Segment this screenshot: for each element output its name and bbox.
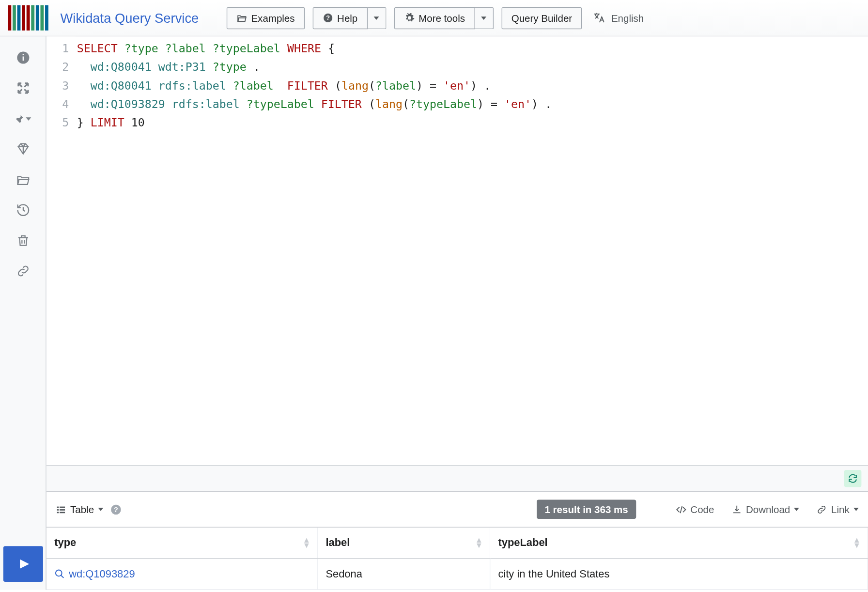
help-label: Help [337,12,357,23]
table-header-row: type▲▼ label▲▼ typeLabel▲▼ [46,528,868,559]
sparql-editor[interactable]: 1 2 3 4 5 SELECT ?type ?label ?typeLabel… [46,36,868,465]
question-circle-icon: ? [323,13,333,23]
svg-rect-5 [57,506,59,508]
history-tool[interactable] [15,202,31,218]
pin-tool[interactable] [15,110,31,126]
more-tools-label: More tools [418,12,465,23]
translate-icon [593,11,606,24]
results-table: type▲▼ label▲▼ typeLabel▲▼ wd:Q1093829 [46,528,868,590]
sort-icon: ▲▼ [853,537,861,548]
topbar: Wikidata Query Service Examples ? Help M… [0,0,868,36]
col-label[interactable]: label▲▼ [317,528,490,559]
help-button[interactable]: ? Help [312,7,367,29]
svg-point-13 [56,570,62,576]
folder-open-icon [236,13,247,23]
pin-icon [15,111,24,126]
svg-rect-10 [60,512,65,513]
wikidata-logo [8,5,48,31]
link-button[interactable]: Link [817,504,859,515]
more-tools-caret[interactable] [475,7,493,29]
code-button[interactable]: Code [676,504,714,515]
code-icon [676,504,686,514]
info-circle-icon [16,50,30,65]
side-toolbar [0,36,46,590]
chevron-down-icon [853,508,859,511]
line-gutter: 1 2 3 4 5 [46,36,76,465]
list-icon [56,504,66,514]
refresh-icon [848,473,858,484]
sort-icon: ▲▼ [303,537,310,548]
svg-text:?: ? [114,505,118,513]
query-builder-label: Query Builder [512,12,572,23]
main-area: 1 2 3 4 5 SELECT ?type ?label ?typeLabel… [0,36,868,590]
chevron-down-icon [98,508,103,511]
run-query-button[interactable] [3,546,43,582]
cell-typelabel: city in the United States [490,559,868,590]
chevron-down-icon [26,117,31,120]
diamond-tool[interactable] [15,141,31,157]
info-tool[interactable] [15,50,31,66]
diamond-icon [16,142,30,156]
svg-rect-7 [57,512,59,513]
language-label: English [611,12,644,23]
svg-rect-4 [22,54,24,55]
query-builder-button[interactable]: Query Builder [501,7,582,29]
cell-label: Sedona [317,559,490,590]
help-group: ? Help [312,7,386,29]
svg-rect-6 [57,509,59,510]
brand-link[interactable]: Wikidata Query Service [60,10,199,25]
link-tool[interactable] [15,263,31,279]
view-selector[interactable]: Table [56,504,103,515]
examples-button[interactable]: Examples [227,7,305,29]
trash-tool[interactable] [15,233,31,249]
status-bar [46,465,868,492]
trash-icon [16,234,30,248]
download-label: Download [746,504,790,515]
chevron-down-icon [374,16,379,20]
svg-rect-3 [22,57,24,61]
editor-wrap: 1 2 3 4 5 SELECT ?type ?label ?typeLabel… [46,36,868,590]
table-row: wd:Q1093829 Sedona city in the United St… [46,559,868,590]
search-icon [54,569,65,579]
link-label: Link [831,504,850,515]
refresh-button[interactable] [844,470,862,487]
cell-type: wd:Q1093829 [46,559,318,590]
folder-open-icon [16,172,30,187]
sort-icon: ▲▼ [475,537,483,548]
more-tools-button[interactable]: More tools [394,7,475,29]
play-icon [15,556,31,572]
chevron-down-icon [481,16,486,20]
col-typelabel[interactable]: typeLabel▲▼ [490,528,868,559]
download-icon [731,504,742,514]
download-button[interactable]: Download [731,504,800,515]
col-type[interactable]: type▲▼ [46,528,318,559]
expand-tool[interactable] [15,80,31,96]
result-toolbar: Table ? 1 result in 363 ms Code Download [46,492,868,528]
svg-rect-9 [60,509,65,510]
result-count-badge: 1 result in 363 ms [537,499,636,519]
link-icon [817,504,827,514]
svg-rect-8 [60,506,65,508]
svg-text:?: ? [326,14,330,21]
entity-link[interactable]: wd:Q1093829 [54,568,309,580]
open-tool[interactable] [15,171,31,187]
view-label: Table [70,504,94,515]
examples-label: Examples [251,12,294,23]
gear-icon [404,13,415,23]
expand-icon [16,81,30,95]
history-icon [16,203,30,218]
question-circle-icon[interactable]: ? [110,503,122,515]
code-content: SELECT ?type ?label ?typeLabel WHERE { w… [76,36,552,465]
more-tools-group: More tools [394,7,494,29]
language-picker[interactable]: English [593,11,644,24]
help-caret[interactable] [368,7,386,29]
code-label: Code [690,504,714,515]
link-icon [16,264,30,278]
chevron-down-icon [794,508,800,511]
